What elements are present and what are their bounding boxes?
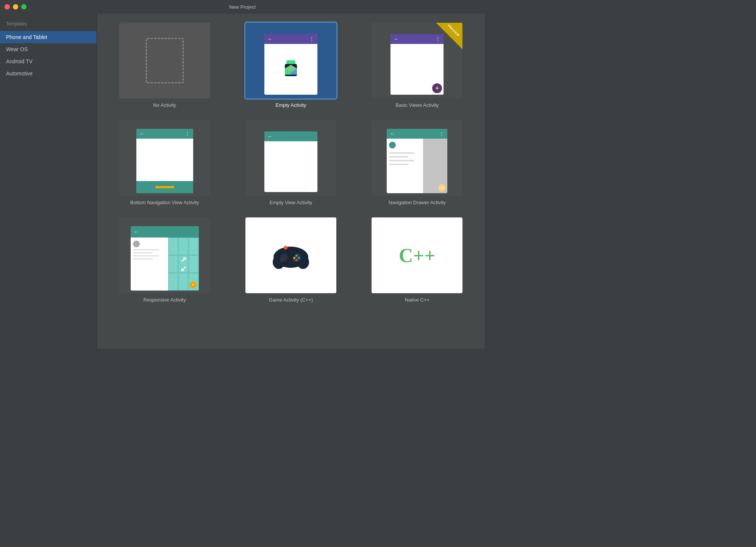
content-area: No Activity ← ⋮ <box>97 14 485 349</box>
basic-views-label: Basic Views Activity <box>395 102 439 108</box>
resp-fab: + <box>190 281 197 288</box>
sidebar-item-phone-tablet[interactable]: Phone and Tablet <box>0 31 97 43</box>
basic-views-preview: PREVIEW ← ⋮ + <box>372 23 462 98</box>
resp-left-panel <box>131 238 168 291</box>
empty-activity-phone: ← ⋮ <box>264 34 317 95</box>
responsive-label: Responsive Activity <box>144 297 186 303</box>
main-layout: Templates Phone and Tablet Wear OS Andro… <box>0 14 485 349</box>
sidebar-item-automotive[interactable]: Automotive <box>0 67 97 80</box>
template-card-bottom-nav[interactable]: ← ⋮ Bottom Navigation View Activity <box>109 120 220 205</box>
resp-line-1 <box>133 249 159 250</box>
empty-view-label: Empty View Activity <box>270 200 312 205</box>
drawer-line-4 <box>389 164 408 165</box>
close-button[interactable] <box>5 4 10 9</box>
responsive-preview: ← <box>119 217 210 293</box>
drawer-line-1 <box>389 152 414 154</box>
empty-activity-preview: ← ⋮ <box>245 23 336 98</box>
back-arrow-icon: ← <box>267 36 273 42</box>
sidebar-section-label: Templates <box>0 21 97 31</box>
resp-line-2 <box>133 252 153 253</box>
no-activity-preview <box>119 23 210 98</box>
template-card-empty-view[interactable]: ← Empty View Activity <box>235 120 346 205</box>
window-title: New Project <box>229 4 256 10</box>
minimize-button[interactable] <box>13 4 18 9</box>
gamepad-icon <box>272 240 310 270</box>
template-card-basic-views[interactable]: PREVIEW ← ⋮ + Basic Views Activity <box>362 23 473 108</box>
back-icon-bottom: ← <box>139 131 145 137</box>
cpp-logo-icon: C++ <box>399 244 436 267</box>
phone-body <box>264 44 317 95</box>
svg-point-11 <box>280 258 284 262</box>
game-inner <box>245 217 336 293</box>
bottom-nav-header: ← ⋮ <box>136 129 193 139</box>
no-activity-label: No Activity <box>153 102 176 108</box>
bottom-nav-bar <box>136 181 193 193</box>
basic-views-header: ← ⋮ <box>390 34 444 44</box>
drawer-overlay: + <box>423 139 447 193</box>
dots-icon-bottom: ⋮ <box>185 131 190 136</box>
resp-right-panel: ↗↙ + <box>168 238 199 291</box>
drawer-avatar <box>389 142 396 148</box>
drawer-panel <box>387 139 423 193</box>
dots-menu-icon: ⋮ <box>309 36 314 42</box>
empty-view-body <box>264 141 317 192</box>
window-controls <box>5 4 27 9</box>
game-activity-label: Game Activity (C++) <box>269 297 313 303</box>
svg-point-16 <box>293 257 295 259</box>
drawer-line-3 <box>389 160 414 161</box>
empty-view-preview: ← <box>245 120 336 196</box>
basic-views-body: + <box>390 44 444 95</box>
resp-arrow-icon: ↗↙ <box>180 255 187 273</box>
bottom-nav-label: Bottom Navigation View Activity <box>130 200 199 205</box>
native-cpp-label: Native C++ <box>405 297 430 303</box>
drawer-line-2 <box>389 156 408 158</box>
resp-line-4 <box>133 258 153 259</box>
nav-drawer-header: ← ⋮ <box>387 129 447 139</box>
nav-drawer-phone: ← ⋮ + <box>387 129 447 193</box>
resp-line-3 <box>133 255 159 256</box>
resp-body: ↗↙ + <box>131 238 199 291</box>
resp-header: ← <box>131 226 199 238</box>
bottom-nav-body <box>136 139 193 181</box>
basic-views-phone: ← ⋮ + <box>390 34 444 95</box>
drawer-fab: + <box>438 184 446 192</box>
responsive-inner: ← <box>131 226 199 291</box>
template-card-native-cpp[interactable]: C++ Native C++ <box>362 217 473 303</box>
svg-point-13 <box>295 255 298 257</box>
sidebar-item-android-tv[interactable]: Android TV <box>0 55 97 67</box>
empty-activity-label: Empty Activity <box>276 102 306 108</box>
empty-view-phone: ← <box>264 131 317 192</box>
template-card-nav-drawer[interactable]: ← ⋮ + <box>362 120 473 205</box>
sidebar-item-wear-os[interactable]: Wear OS <box>0 43 97 55</box>
no-activity-dashed-box <box>146 38 184 83</box>
template-card-no-activity[interactable]: No Activity <box>109 23 220 108</box>
nav-drawer-preview: ← ⋮ + <box>372 120 462 196</box>
game-activity-preview <box>245 217 336 293</box>
sidebar: Templates Phone and Tablet Wear OS Andro… <box>0 14 97 349</box>
nav-drawer-body: + <box>387 139 447 193</box>
bottom-nav-phone: ← ⋮ <box>136 129 193 193</box>
fab-icon: + <box>432 83 442 93</box>
nav-drawer-label: Navigation Drawer Activity <box>389 200 446 205</box>
back-icon: ← <box>394 36 399 42</box>
svg-point-14 <box>298 257 300 259</box>
bottom-nav-preview: ← ⋮ <box>119 120 210 196</box>
templates-grid: No Activity ← ⋮ <box>109 23 473 303</box>
maximize-button[interactable] <box>21 4 27 9</box>
resp-back-icon: ← <box>134 229 139 235</box>
resp-avatar <box>133 241 140 247</box>
back-icon-drawer: ← <box>390 131 395 137</box>
svg-point-15 <box>295 259 298 261</box>
bottom-nav-indicator <box>155 186 174 188</box>
phone-header: ← ⋮ <box>264 34 317 44</box>
template-card-empty-activity[interactable]: ← ⋮ <box>235 23 346 108</box>
dots-icon-drawer: ⋮ <box>439 131 444 136</box>
svg-point-10 <box>284 246 287 250</box>
back-icon-empty: ← <box>267 133 273 139</box>
template-card-game-activity[interactable]: Game Activity (C++) <box>235 217 346 303</box>
title-bar: New Project <box>0 0 485 14</box>
empty-view-header: ← <box>264 131 317 141</box>
native-cpp-preview: C++ <box>372 217 462 293</box>
android-logo-icon <box>280 59 301 80</box>
template-card-responsive[interactable]: ← <box>109 217 220 303</box>
